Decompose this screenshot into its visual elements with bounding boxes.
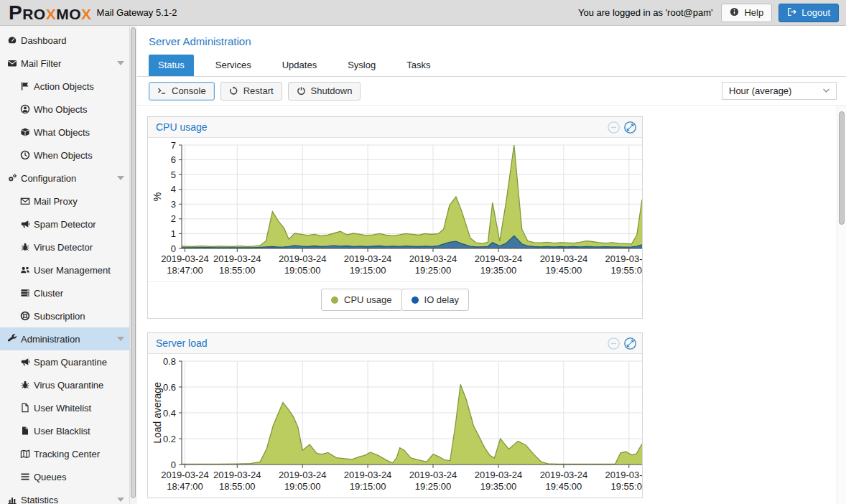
logo-letter: R — [22, 6, 34, 22]
gauge-icon — [7, 35, 21, 45]
restart-button[interactable]: Restart — [220, 82, 282, 101]
legend-dot — [331, 297, 338, 304]
logout-button[interactable]: Logout — [778, 4, 839, 22]
tab-syslog[interactable]: Syslog — [338, 55, 385, 76]
sidebar-item-action-objects[interactable]: Action Objects — [0, 75, 129, 98]
sidebar-item-who-objects[interactable]: Who Objects — [0, 98, 129, 121]
gears-icon — [7, 173, 21, 183]
content-scrollbar[interactable] — [837, 106, 846, 504]
sidebar-item-label: Spam Detector — [34, 219, 96, 230]
legend-item-io-delay[interactable]: IO delay — [401, 289, 469, 311]
sidebar-item-user-management[interactable]: User Management — [0, 258, 129, 281]
svg-text:2019-03-2419:45:00: 2019-03-2419:45:00 — [540, 253, 588, 276]
collapse-icon[interactable] — [608, 121, 620, 134]
life-ring-icon — [20, 311, 34, 321]
svg-text:2019-03-2418:47:00: 2019-03-2418:47:00 — [161, 253, 209, 276]
sidebar-item-label: Mail Filter — [21, 58, 61, 69]
svg-text:2019-03-2419:55:00: 2019-03-2419:55:00 — [605, 470, 642, 492]
sidebar-item-label: When Objects — [34, 150, 93, 161]
server-load-panel-header: Server load — [148, 333, 642, 354]
server-load-chart: 00.20.40.60.82019-03-2418:47:002019-03-2… — [148, 354, 642, 498]
svg-text:2019-03-2419:05:00: 2019-03-2419:05:00 — [279, 253, 327, 276]
book-icon — [20, 449, 34, 459]
logo-letter: X — [81, 6, 92, 22]
svg-text:1: 1 — [171, 228, 176, 239]
cube-icon — [20, 127, 34, 137]
info-icon — [730, 7, 739, 19]
wrench-icon — [7, 334, 21, 344]
sidebar-item-queues[interactable]: Queues — [0, 465, 129, 488]
sidebar-item-label: Spam Quarantine — [34, 357, 107, 368]
sidebar-item-virus-quarantine[interactable]: Virus Quarantine — [0, 373, 129, 396]
help-button[interactable]: Help — [721, 4, 772, 22]
tab-status[interactable]: Status — [149, 55, 194, 76]
svg-text:2019-03-2419:05:00: 2019-03-2419:05:00 — [279, 470, 327, 492]
shutdown-button[interactable]: Shutdown — [288, 82, 361, 101]
sidebar-item-label: Virus Detector — [34, 242, 93, 253]
server-load-panel: Server load 00.20.40.60.82019-03-2418:47… — [147, 332, 643, 498]
svg-text:2019-03-2419:45:00: 2019-03-2419:45:00 — [540, 470, 588, 492]
svg-text:6: 6 — [171, 154, 176, 165]
sidebar-item-spam-detector[interactable]: Spam Detector — [0, 213, 129, 235]
sidebar-item-label: What Objects — [34, 127, 90, 138]
sidebar-item-spam-quarantine[interactable]: Spam Quarantine — [0, 350, 129, 373]
button-label: Restart — [243, 85, 274, 96]
sidebar-scrollbar[interactable] — [129, 26, 137, 504]
console-button[interactable]: Console — [149, 82, 215, 101]
chevron-down-icon[interactable] — [117, 176, 124, 180]
sidebar-item-label: Administration — [21, 334, 80, 345]
sidebar-item-administration[interactable]: Administration — [0, 327, 129, 350]
sidebar-item-mail-filter[interactable]: Mail Filter — [0, 52, 129, 75]
panels-view: CPU usage 012345672019-03-2418:47:002019… — [137, 106, 846, 504]
envelope-open-icon — [20, 196, 34, 206]
sidebar-item-label: Dashboard — [21, 35, 67, 46]
chevron-down-icon[interactable] — [117, 61, 124, 65]
sidebar-item-statistics[interactable]: Statistics — [0, 488, 129, 504]
timeframe-select[interactable]: Hour (average) — [722, 82, 837, 100]
sidebar-item-subscription[interactable]: Subscription — [0, 304, 129, 327]
chevron-down-icon[interactable] — [117, 337, 124, 341]
cpu-usage-chart: 012345672019-03-2418:47:002019-03-2418:5… — [148, 138, 642, 281]
logo-letter: O — [34, 6, 46, 22]
sidebar-item-configuration[interactable]: Configuration — [0, 167, 129, 190]
tab-tasks[interactable]: Tasks — [397, 55, 440, 76]
logo-letter: O — [69, 6, 81, 22]
chevron-down-icon[interactable] — [117, 498, 124, 502]
tab-bar: StatusServicesUpdatesSyslogTasks — [137, 53, 846, 77]
button-label: Console — [172, 85, 206, 96]
svg-text:2019-03-2418:55:00: 2019-03-2418:55:00 — [213, 470, 261, 492]
sidebar-item-cluster[interactable]: Cluster — [0, 281, 129, 304]
tab-services[interactable]: Services — [206, 55, 261, 76]
chevron-down-icon — [822, 88, 836, 93]
cpu-usage-panel-header: CPU usage — [148, 117, 642, 138]
legend-item-cpu-usage[interactable]: CPU usage — [321, 289, 401, 311]
expand-icon[interactable] — [624, 337, 636, 350]
svg-text:3: 3 — [171, 199, 176, 210]
sidebar-item-dashboard[interactable]: Dashboard — [0, 29, 129, 52]
sidebar-item-label: User Whitelist — [34, 403, 91, 414]
legend-dot — [412, 297, 419, 304]
sidebar-item-user-blacklist[interactable]: User Blacklist — [0, 419, 129, 442]
sidebar-item-label: Queues — [34, 472, 67, 482]
sidebar-item-label: Tracking Center — [34, 449, 100, 459]
sidebar-item-what-objects[interactable]: What Objects — [0, 121, 129, 144]
sidebar-item-when-objects[interactable]: When Objects — [0, 144, 129, 167]
collapse-icon[interactable] — [608, 337, 620, 350]
sidebar-item-label: Cluster — [34, 288, 63, 299]
server-icon — [20, 288, 34, 298]
file-solid-icon — [20, 426, 34, 436]
sidebar-scrollbar-thumb[interactable] — [131, 27, 136, 498]
bullhorn-icon — [20, 357, 34, 367]
cpu-usage-panel-title: CPU usage — [156, 121, 208, 133]
tab-updates[interactable]: Updates — [273, 55, 326, 76]
sidebar-item-mail-proxy[interactable]: Mail Proxy — [0, 190, 129, 213]
sidebar-item-user-whitelist[interactable]: User Whitelist — [0, 396, 129, 419]
cpu-usage-panel: CPU usage 012345672019-03-2418:47:002019… — [147, 116, 643, 319]
expand-icon[interactable] — [624, 121, 636, 134]
bullhorn-icon — [20, 219, 34, 229]
sidebar-item-virus-detector[interactable]: Virus Detector — [0, 235, 129, 258]
sidebar-item-label: User Management — [34, 265, 111, 276]
content-scrollbar-thumb[interactable] — [839, 111, 845, 225]
sidebar-item-tracking-center[interactable]: Tracking Center — [0, 442, 129, 465]
power-icon — [297, 86, 306, 95]
